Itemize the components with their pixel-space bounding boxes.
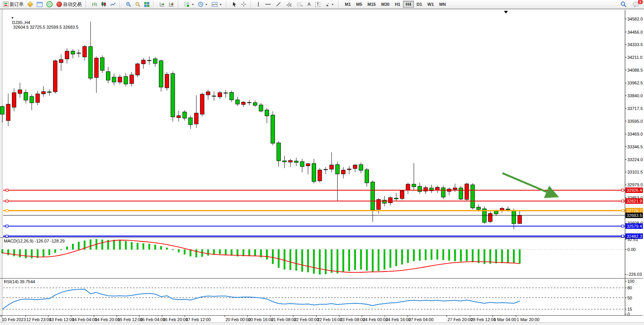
line-handle[interactable] xyxy=(622,200,624,202)
toolbar-separator xyxy=(338,1,340,8)
macd-bar xyxy=(19,249,21,257)
macd-bar xyxy=(360,249,362,269)
toolbar-separator xyxy=(153,1,155,8)
timeframe-w1[interactable]: W1 xyxy=(425,1,437,8)
bar-chart-button[interactable] xyxy=(90,1,99,8)
chart-area[interactable]: 34582.034456.034333.534211.034088.533962… xyxy=(0,9,644,322)
auto-scroll-button[interactable] xyxy=(157,1,167,8)
line-handle[interactable] xyxy=(622,210,624,212)
templates-button[interactable]: ▼ xyxy=(210,1,224,8)
macd-bar xyxy=(425,249,426,260)
macd-bar xyxy=(460,249,462,261)
indicators-button[interactable]: ▼ xyxy=(182,1,196,8)
navigator-button[interactable] xyxy=(44,1,55,8)
crosshair-button[interactable] xyxy=(239,1,248,8)
line-handle[interactable] xyxy=(6,189,8,191)
candle-body xyxy=(112,77,116,82)
periods-button[interactable]: ▼ xyxy=(196,1,210,8)
market-watch-button[interactable] xyxy=(26,1,35,8)
candle-body xyxy=(388,198,392,203)
macd-bar xyxy=(454,249,456,261)
price-tag-value: 32683.5 xyxy=(627,213,642,218)
macd-bar xyxy=(284,249,285,269)
zoom-out-button[interactable] xyxy=(133,1,142,8)
trend-arrow[interactable] xyxy=(502,173,555,196)
tile-windows-icon xyxy=(144,2,149,7)
chart-shift-icon xyxy=(169,2,174,7)
macd-bar xyxy=(119,240,121,249)
tile-windows-button[interactable] xyxy=(142,1,151,8)
toolbar-separator xyxy=(178,1,180,8)
line-handle[interactable] xyxy=(6,225,8,227)
macd-bar xyxy=(7,249,9,255)
fibonacci-button[interactable]: F xyxy=(295,1,305,8)
auto-trading-button[interactable]: 自动交易 xyxy=(55,1,84,8)
price-chart-svg[interactable]: 34582.034456.034333.534211.034088.533962… xyxy=(0,9,644,322)
text-label-button[interactable]: T xyxy=(313,1,322,8)
candle-body xyxy=(130,75,133,84)
candle-body xyxy=(365,170,369,183)
timeframe-h4[interactable]: H4 xyxy=(403,1,414,8)
time-label: 22 Feb 16:00 xyxy=(317,317,342,322)
macd-bar xyxy=(160,246,162,249)
candlestick-chart-button[interactable] xyxy=(99,1,108,8)
symbol-dropdown-icon[interactable]: ▼ xyxy=(11,16,14,20)
candle-body xyxy=(441,188,445,197)
horizontal-line-button[interactable] xyxy=(263,1,273,8)
text-icon: A xyxy=(307,2,311,7)
bar-chart-icon xyxy=(92,2,97,7)
candle-body xyxy=(459,188,463,199)
line-handle[interactable] xyxy=(622,189,624,191)
macd-bar xyxy=(378,249,379,271)
price-tick: 33595.0 xyxy=(627,119,643,124)
line-chart-button[interactable] xyxy=(108,1,118,8)
candle-body xyxy=(136,64,140,75)
line-handle[interactable] xyxy=(6,200,8,202)
new-order-button[interactable]: 新订单 xyxy=(1,1,26,8)
line-handle[interactable] xyxy=(622,225,624,227)
timeframe-h1[interactable]: H1 xyxy=(392,1,403,8)
arrows-button[interactable]: ▼ xyxy=(323,1,336,8)
candle-body xyxy=(18,90,22,93)
text-button[interactable]: A xyxy=(306,1,313,8)
chart-shift-marker[interactable] xyxy=(504,11,508,14)
cursor-button[interactable] xyxy=(230,1,239,8)
line-handle[interactable] xyxy=(622,235,624,237)
candle-body xyxy=(494,211,498,214)
equidistant-channel-icon: E xyxy=(286,2,292,7)
timeframe-mn[interactable]: MN xyxy=(437,1,449,8)
candle-body xyxy=(77,53,81,53)
chart-shift-button[interactable] xyxy=(167,1,176,8)
line-handle[interactable] xyxy=(6,235,8,237)
search-button[interactable] xyxy=(618,1,629,8)
macd-bar xyxy=(131,242,132,249)
time-label: 17 Feb 12:00 xyxy=(186,317,211,322)
macd-bar xyxy=(466,249,468,261)
macd-signal-line xyxy=(2,240,520,273)
time-label: 14 Feb 20:00 xyxy=(95,317,120,322)
timeframe-m5[interactable]: M5 xyxy=(354,1,365,8)
macd-bar xyxy=(137,243,138,249)
vertical-line-button[interactable] xyxy=(255,1,262,8)
macd-bar xyxy=(78,242,80,249)
candle-body xyxy=(318,170,322,181)
candle-body xyxy=(6,104,10,120)
candle-body xyxy=(94,58,98,77)
zoom-in-button[interactable] xyxy=(124,1,133,8)
trendline-button[interactable] xyxy=(274,1,283,8)
timeframe-m30[interactable]: M30 xyxy=(379,1,392,8)
timeframe-d1[interactable]: D1 xyxy=(414,1,425,8)
chat-button[interactable]: 1 xyxy=(631,1,641,8)
equidistant-channel-button[interactable]: E xyxy=(284,1,294,8)
candle-body xyxy=(289,160,292,162)
timeframe-m15[interactable]: M15 xyxy=(365,1,378,8)
price-tick: 33840.0 xyxy=(627,93,643,98)
macd-bar xyxy=(472,249,473,262)
line-handle[interactable] xyxy=(6,210,8,212)
data-window-button[interactable] xyxy=(35,1,44,8)
fibonacci-icon: F xyxy=(297,2,303,7)
price-tag-value: 32579.4 xyxy=(627,224,642,229)
timeframe-m1[interactable]: M1 xyxy=(342,1,354,8)
candle-body xyxy=(489,213,492,222)
macd-bar xyxy=(13,249,15,256)
